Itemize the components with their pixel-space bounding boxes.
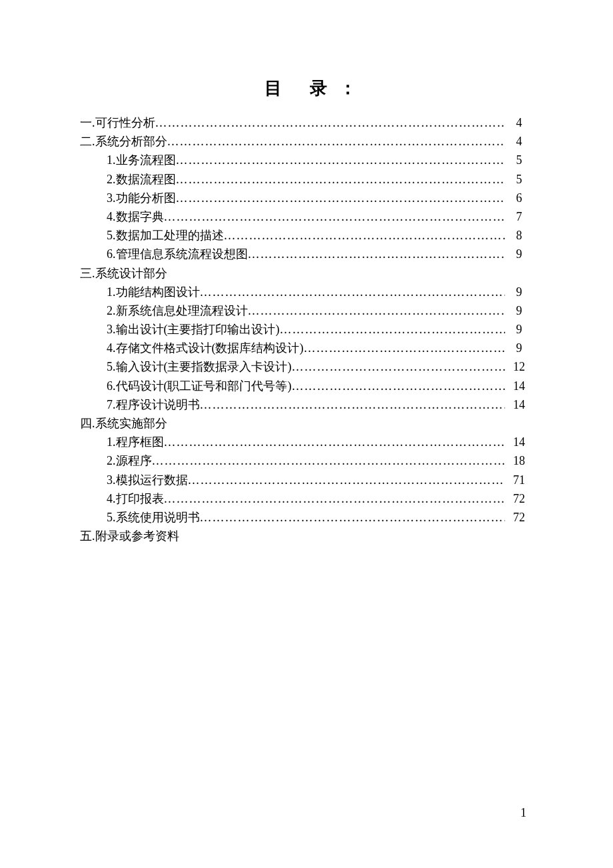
toc-leader-dots (248, 303, 506, 319)
toc-entry: 3.功能分析图6 (80, 190, 533, 207)
toc-leader-dots (200, 284, 506, 301)
toc-leader-dots (152, 453, 506, 469)
toc-leader-dots (176, 152, 506, 169)
toc-entry-label: 4.打印报表 (80, 491, 164, 507)
toc-entry-page: 4 (505, 133, 533, 150)
toc-leader-dots (188, 472, 506, 489)
toc-leader-dots (167, 133, 506, 150)
toc-entry-label: 三.系统设计部分 (80, 265, 167, 282)
toc-leader-dots (248, 246, 506, 263)
toc-leader-dots (164, 209, 506, 225)
toc-entry: 三.系统设计部分 (80, 265, 533, 282)
page-number: 1 (520, 806, 526, 820)
toc-entry-label: 3.功能分析图 (80, 190, 176, 207)
toc-entry: 1.功能结构图设计9 (80, 284, 533, 301)
toc-entry-label: 5.数据加工处理的描述 (80, 227, 224, 244)
toc-entry-page: 8 (505, 227, 533, 244)
toc-entry-page: 7 (505, 209, 533, 225)
toc-entry-label: 二.系统分析部分 (80, 133, 167, 150)
toc-entry-label: 4.数据字典 (80, 209, 164, 225)
toc-entry-label: 6.管理信息系统流程设想图 (80, 246, 248, 263)
toc-entry-label: 1.功能结构图设计 (80, 284, 200, 301)
toc-entry: 二.系统分析部分4 (80, 133, 533, 150)
toc-entry: 四.系统实施部分 (80, 415, 533, 432)
toc-entry-page: 71 (505, 472, 533, 489)
toc-leader-dots (176, 190, 506, 207)
toc-entry: 5.数据加工处理的描述8 (80, 227, 533, 244)
toc-entry: 2.数据流程图5 (80, 171, 533, 188)
toc-entry-page: 5 (505, 171, 533, 188)
toc-entry: 5.输入设计(主要指数据录入卡设计)12 (80, 359, 533, 375)
toc-entry-label: 5.输入设计(主要指数据录入卡设计) (80, 359, 292, 375)
toc-leader-dots (292, 359, 506, 375)
toc-entry-label: 6.代码设计(职工证号和部门代号等) (80, 378, 292, 395)
toc-entry: 1.程序框图14 (80, 434, 533, 451)
toc-entry: 3.输出设计(主要指打印输出设计)9 (80, 321, 533, 338)
toc-leader-dots (155, 115, 506, 131)
toc-leader-dots (292, 378, 506, 395)
toc-entry: 4.打印报表72 (80, 491, 533, 507)
toc-entry-label: 四.系统实施部分 (80, 415, 167, 432)
toc-entry-page: 5 (505, 152, 533, 169)
toc-leader-dots (280, 321, 506, 338)
toc-entry-label: 2.数据流程图 (80, 171, 176, 188)
toc-entry-page: 9 (505, 303, 533, 319)
toc-leader-dots (176, 171, 506, 188)
toc-entry: 4.存储文件格式设计(数据库结构设计)9 (80, 340, 533, 357)
toc-entry-page: 9 (505, 340, 533, 357)
toc-entry-page: 72 (505, 491, 533, 507)
toc-title: 目 录： (80, 77, 533, 100)
toc-entry-page: 6 (505, 190, 533, 207)
toc-entry: 1.业务流程图5 (80, 152, 533, 169)
toc-entry: 一.可行性分析4 (80, 115, 533, 131)
toc-entry-page: 14 (505, 434, 533, 451)
toc-entry-page: 18 (505, 453, 533, 469)
toc-leader-dots (200, 397, 506, 413)
toc-entry: 2.新系统信息处理流程设计9 (80, 303, 533, 319)
toc-leader-dots (164, 434, 506, 451)
toc-entry-page: 9 (505, 246, 533, 263)
toc-entry-page: 9 (505, 284, 533, 301)
toc-entry: 6.代码设计(职工证号和部门代号等)14 (80, 378, 533, 395)
toc-entry-label: 2.新系统信息处理流程设计 (80, 303, 248, 319)
toc-entry-label: 4.存储文件格式设计(数据库结构设计) (80, 340, 304, 357)
toc-entry: 五.附录或参考资料 (80, 528, 533, 545)
toc-entry: 6.管理信息系统流程设想图9 (80, 246, 533, 263)
toc-entry-label: 五.附录或参考资料 (80, 528, 179, 545)
toc-entry: 5.系统使用说明书72 (80, 509, 533, 526)
toc-entry-page: 12 (505, 359, 533, 375)
toc-entry-label: 5.系统使用说明书 (80, 509, 200, 526)
toc-entry-page: 14 (505, 397, 533, 413)
toc-entry-page: 9 (505, 321, 533, 338)
toc-entry: 4.数据字典7 (80, 209, 533, 225)
document-page: 目 录： 一.可行性分析4二.系统分析部分41.业务流程图52.数据流程图53.… (0, 0, 613, 587)
toc-entry-label: 7.程序设计说明书 (80, 397, 200, 413)
toc-entry-label: 3.模拟运行数据 (80, 472, 188, 489)
toc-leader-dots (304, 340, 506, 357)
toc-entry: 7.程序设计说明书14 (80, 397, 533, 413)
toc-entry-label: 3.输出设计(主要指打印输出设计) (80, 321, 280, 338)
toc-leader-dots (224, 227, 506, 244)
toc-entry-label: 1.业务流程图 (80, 152, 176, 169)
toc-entry-page: 72 (505, 509, 533, 526)
toc-entry-page: 4 (505, 115, 533, 131)
toc-entry: 3.模拟运行数据71 (80, 472, 533, 489)
toc-entry: 2.源程序18 (80, 453, 533, 469)
toc-entry-label: 一.可行性分析 (80, 115, 155, 131)
toc-entry-label: 1.程序框图 (80, 434, 164, 451)
toc-entry-label: 2.源程序 (80, 453, 152, 469)
toc-leader-dots (200, 509, 506, 526)
table-of-contents: 一.可行性分析4二.系统分析部分41.业务流程图52.数据流程图53.功能分析图… (80, 115, 533, 545)
toc-entry-page: 14 (505, 378, 533, 395)
toc-leader-dots (164, 491, 506, 507)
